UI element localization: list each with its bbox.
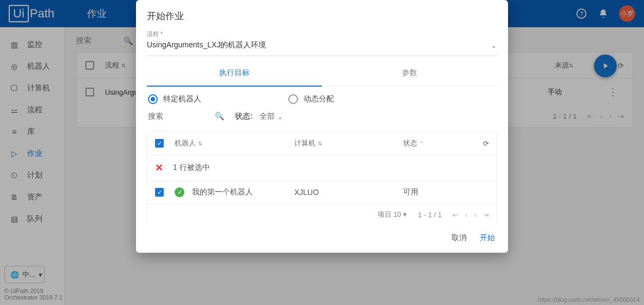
page-size-select[interactable]: 10 ▾ [393, 210, 407, 218]
radio-dynamic[interactable]: 动态分配 [288, 94, 334, 104]
selection-info: ✕ 1 行被选中 [147, 155, 497, 180]
robot-pagination: 项目 10 ▾ 1 - 1 / 1 ⇤ ‹ › ⇥ [147, 204, 497, 223]
refresh-icon[interactable]: ⟳ [483, 139, 489, 148]
select-all-robots-checkbox[interactable]: ✓ [155, 139, 164, 148]
tab-params[interactable]: 参数 [322, 60, 497, 87]
process-select[interactable]: UsingArguments_LXJ的机器人环境⌄ [147, 38, 497, 56]
col-computer[interactable]: 计算机⇅ [294, 138, 403, 148]
chevron-down-icon: ⌄ [491, 41, 497, 50]
clear-selection-icon[interactable]: ✕ [155, 162, 163, 174]
modal-overlay: 开始作业 流程 * UsingArguments_LXJ的机器人环境⌄ 执行目标… [0, 0, 644, 305]
robots-table: ✓ 机器人⇅ 计算机⇅ 状态⌃ ⟳ ✕ 1 行被选中 ✓ ✓我的第一个机器人 X… [147, 131, 497, 223]
tab-target[interactable]: 执行目标 [147, 60, 322, 87]
status-filter[interactable]: 状态: 全部⌄ [235, 112, 283, 121]
start-job-dialog: 开始作业 流程 * UsingArguments_LXJ的机器人环境⌄ 执行目标… [136, 0, 508, 253]
robot-row[interactable]: ✓ ✓我的第一个机器人 XJLUO 可用 [147, 180, 497, 204]
robot-search-input[interactable]: 搜索🔍 [148, 112, 224, 121]
check-circle-icon: ✓ [175, 187, 184, 197]
next-page-icon[interactable]: › [474, 211, 476, 219]
last-page-icon[interactable]: ⇥ [483, 211, 489, 219]
col-state[interactable]: 状态⌃ [403, 138, 447, 148]
row-checkbox[interactable]: ✓ [155, 188, 164, 197]
cancel-button[interactable]: 取消 [451, 233, 467, 243]
first-page-icon[interactable]: ⇤ [453, 211, 459, 219]
chevron-down-icon: ⌄ [277, 112, 283, 121]
radio-specific[interactable]: 特定机器人 [148, 94, 201, 104]
search-icon: 🔍 [215, 112, 224, 121]
dialog-title: 开始作业 [136, 0, 508, 30]
start-button[interactable]: 开始 [480, 233, 495, 243]
prev-page-icon[interactable]: ‹ [465, 211, 467, 219]
process-field-label: 流程 * [147, 30, 497, 38]
col-robot[interactable]: 机器人⇅ [175, 138, 294, 148]
